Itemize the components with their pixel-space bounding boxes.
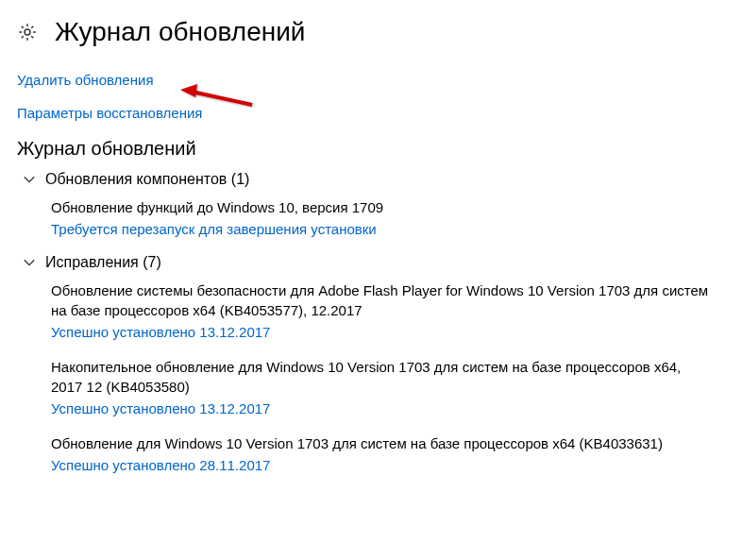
history-section-title: Журнал обновлений bbox=[17, 138, 742, 160]
update-title: Обновление функций до Windows 10, версия… bbox=[51, 197, 716, 217]
update-item: Накопительное обновление для Windows 10 … bbox=[17, 357, 716, 416]
page-title: Журнал обновлений bbox=[55, 17, 305, 47]
gear-icon bbox=[17, 22, 38, 42]
group-label: Исправления (7) bbox=[45, 254, 161, 271]
svg-point-0 bbox=[25, 29, 30, 35]
update-status[interactable]: Требуется перезапуск для завершения уста… bbox=[51, 221, 716, 237]
action-links: Удалить обновления Параметры восстановле… bbox=[17, 72, 742, 121]
chevron-down-icon bbox=[23, 173, 36, 186]
update-title: Обновление для Windows 10 Version 1703 д… bbox=[51, 433, 716, 453]
page-header: Журнал обновлений bbox=[17, 17, 742, 47]
group-label: Обновления компонентов (1) bbox=[45, 171, 249, 188]
group-header-feature[interactable]: Обновления компонентов (1) bbox=[17, 171, 742, 188]
uninstall-updates-link[interactable]: Удалить обновления bbox=[17, 72, 154, 88]
recovery-options-link[interactable]: Параметры восстановления bbox=[17, 105, 202, 121]
group-feature-updates: Обновления компонентов (1) Обновление фу… bbox=[17, 171, 742, 237]
update-item: Обновление системы безопасности для Adob… bbox=[17, 280, 716, 340]
update-title: Накопительное обновление для Windows 10 … bbox=[51, 357, 716, 397]
update-status[interactable]: Успешно установлено 13.12.2017 bbox=[51, 400, 716, 416]
group-header-fixes[interactable]: Исправления (7) bbox=[17, 254, 742, 271]
update-item: Обновление для Windows 10 Version 1703 д… bbox=[17, 433, 716, 473]
update-status[interactable]: Успешно установлено 28.11.2017 bbox=[51, 457, 716, 473]
update-title: Обновление системы безопасности для Adob… bbox=[51, 280, 716, 320]
group-quality-updates: Исправления (7) Обновление системы безоп… bbox=[17, 254, 742, 473]
update-status[interactable]: Успешно установлено 13.12.2017 bbox=[51, 324, 716, 340]
update-item: Обновление функций до Windows 10, версия… bbox=[17, 197, 716, 237]
chevron-down-icon bbox=[23, 256, 36, 269]
